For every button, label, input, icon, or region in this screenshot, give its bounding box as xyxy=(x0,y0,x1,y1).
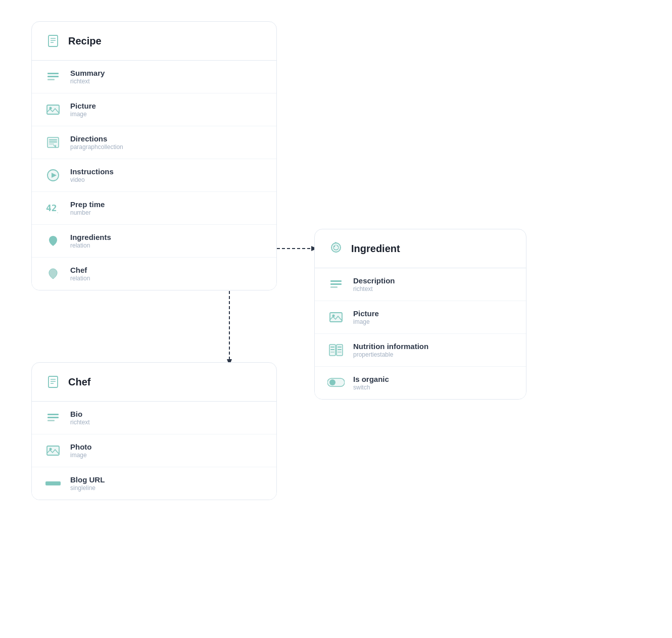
recipe-card: Recipe Summary richtext xyxy=(31,21,277,290)
blogurl-text: Blog URL singleline xyxy=(70,475,105,492)
svg-rect-39 xyxy=(338,352,342,353)
ingredient-description-item: Description richtext xyxy=(315,268,526,301)
svg-rect-49 xyxy=(47,446,59,455)
chef-text: Chef relation xyxy=(70,266,90,282)
svg-rect-36 xyxy=(330,352,334,353)
desc-richtext-icon xyxy=(327,275,345,293)
recipe-instructions-item: Instructions video xyxy=(32,159,276,192)
ing-picture-text: Picture image xyxy=(353,309,379,325)
svg-rect-17 xyxy=(49,141,57,142)
svg-point-41 xyxy=(329,379,335,385)
chef-card-header: Chef xyxy=(32,363,276,402)
chef-title: Chef xyxy=(68,376,90,388)
svg-rect-30 xyxy=(330,313,342,322)
ingredient-picture-item: Picture image xyxy=(315,301,526,334)
ingredients-text: Ingredients relation xyxy=(70,233,111,249)
ingredient-header-icon xyxy=(327,239,345,258)
svg-rect-11 xyxy=(47,76,59,77)
directions-text: Directions paragraphcollection xyxy=(70,134,123,151)
summary-text: Summary richtext xyxy=(70,69,105,85)
photo-image-icon xyxy=(44,441,62,460)
nutrition-text: Nutrition information propertiestable xyxy=(353,342,428,358)
svg-rect-48 xyxy=(47,420,55,421)
video-icon xyxy=(44,166,62,184)
chef-relation-icon xyxy=(44,265,62,283)
svg-rect-35 xyxy=(330,349,334,350)
svg-text:.: . xyxy=(56,209,59,214)
svg-point-25 xyxy=(334,246,335,247)
svg-rect-42 xyxy=(49,376,58,387)
description-text: Description richtext xyxy=(353,276,395,292)
recipe-picture-item: Picture image xyxy=(32,93,276,126)
recipe-icon xyxy=(44,32,62,50)
ing-image-icon xyxy=(327,308,345,326)
ingredient-organic-item: Is organic switch xyxy=(315,367,526,399)
svg-rect-29 xyxy=(330,286,338,288)
number-icon: 42 . xyxy=(44,199,62,217)
svg-rect-12 xyxy=(47,79,55,80)
ingredients-relation-icon xyxy=(44,232,62,250)
recipe-ingredients-item: Ingredients relation xyxy=(32,225,276,258)
svg-rect-51 xyxy=(45,481,61,485)
ingredient-card-header: Ingredient xyxy=(315,229,526,268)
chef-bio-item: Bio richtext xyxy=(32,402,276,434)
recipe-chef-item: Chef relation xyxy=(32,258,276,290)
bio-richtext-icon xyxy=(44,409,62,427)
image-icon xyxy=(44,101,62,119)
richtext-icon xyxy=(44,68,62,86)
recipe-card-header: Recipe xyxy=(32,22,276,61)
picture-text: Picture image xyxy=(70,102,96,118)
svg-rect-46 xyxy=(47,414,59,415)
bio-text: Bio richtext xyxy=(70,410,90,426)
chef-card: Chef Bio richtext xyxy=(31,362,277,500)
svg-rect-18 xyxy=(49,143,54,144)
svg-rect-13 xyxy=(47,105,59,114)
svg-rect-47 xyxy=(47,417,59,418)
svg-rect-6 xyxy=(49,35,58,46)
chef-header-icon xyxy=(44,373,62,391)
recipe-directions-item: Directions paragraphcollection xyxy=(32,126,276,159)
paragraph-icon xyxy=(44,133,62,152)
chef-photo-item: Photo image xyxy=(32,434,276,467)
ingredient-title: Ingredient xyxy=(351,243,400,255)
recipe-preptime-item: 42 . Prep time number xyxy=(32,192,276,225)
svg-rect-27 xyxy=(330,280,342,282)
photo-text: Photo image xyxy=(70,443,92,459)
svg-rect-34 xyxy=(330,347,334,348)
switch-icon xyxy=(327,374,345,392)
svg-rect-10 xyxy=(47,73,59,74)
instructions-text: Instructions video xyxy=(70,167,114,183)
ingredient-nutrition-item: Nutrition information propertiestable xyxy=(315,334,526,367)
recipe-summary-item: Summary richtext xyxy=(32,61,276,93)
properties-icon xyxy=(327,341,345,359)
svg-point-26 xyxy=(337,246,338,247)
preptime-text: Prep time number xyxy=(70,200,105,216)
recipe-title: Recipe xyxy=(68,35,102,47)
svg-text:42: 42 xyxy=(46,203,57,213)
ingredient-card: Ingredient Description richtext xyxy=(314,229,526,400)
svg-rect-16 xyxy=(49,139,57,140)
svg-rect-28 xyxy=(330,283,342,285)
svg-rect-38 xyxy=(338,349,342,350)
singleline-icon xyxy=(44,474,62,493)
svg-point-23 xyxy=(331,243,341,252)
chef-blogurl-item: Blog URL singleline xyxy=(32,467,276,500)
organic-text: Is organic switch xyxy=(353,375,389,391)
svg-rect-37 xyxy=(338,347,342,348)
